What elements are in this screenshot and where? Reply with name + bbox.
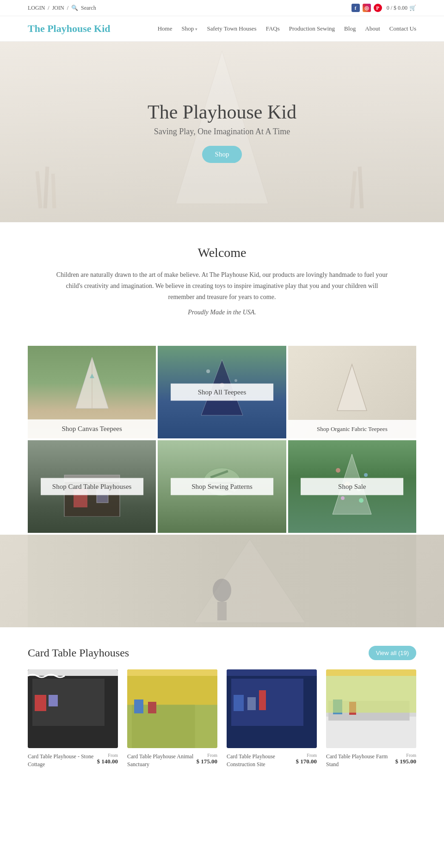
shop-organic-teepees[interactable]: Shop Organic Fabric Teepees	[288, 346, 416, 438]
svg-rect-39	[35, 695, 46, 711]
nav-contact[interactable]: Contact Us	[389, 25, 416, 32]
svg-rect-41	[28, 669, 118, 676]
welcome-section: Welcome Children are naturally drawn to …	[0, 222, 444, 346]
nav-production[interactable]: Production Sewing	[289, 25, 335, 32]
nav-about[interactable]: About	[365, 25, 380, 32]
svg-point-11	[234, 379, 237, 382]
hero-content: The Playhouse Kid Saving Play, One Imagi…	[148, 101, 296, 163]
product-farm-svg	[326, 669, 416, 748]
svg-rect-3	[51, 174, 56, 208]
product-card-2[interactable]: Card Table Playhouse Animal Sanctuary Fr…	[127, 669, 217, 768]
svg-rect-50	[234, 695, 244, 711]
shop-canvas-teepees[interactable]: Shop Canvas Teepees	[28, 346, 156, 438]
svg-rect-47	[127, 669, 217, 676]
product-info-4: Card Table Playhouse Farm Stand From $ 1…	[326, 753, 416, 768]
svg-rect-51	[247, 697, 256, 710]
pinterest-icon[interactable]: P	[374, 4, 382, 12]
shop-all-teepees[interactable]: Shop All Teepees	[158, 346, 286, 438]
product-card-1[interactable]: Card Table Playhouse - Stone Cottage Fro…	[28, 669, 118, 768]
top-bar-right: f ◎ P 0 / $ 0.00 🛒	[352, 4, 416, 12]
svg-rect-46	[148, 702, 156, 713]
svg-rect-1	[36, 171, 43, 208]
nav-faqs[interactable]: FAQs	[266, 25, 280, 32]
view-all-button[interactable]: View all (19)	[369, 646, 416, 660]
svg-point-32	[341, 496, 345, 500]
shop-sewing-patterns[interactable]: Shop Sewing Patterns	[158, 440, 286, 533]
shop-card-table[interactable]: Shop Card Table Playhouses	[28, 440, 156, 533]
svg-rect-2	[43, 167, 49, 208]
cart-info[interactable]: 0 / $ 0.00 🛒	[387, 5, 416, 12]
product-price-1: $ 140.00	[97, 758, 118, 765]
svg-rect-53	[227, 669, 317, 676]
social-icons: f ◎ P	[352, 4, 382, 12]
products-header: Card Table Playhouses View all (19)	[28, 646, 416, 660]
top-bar-left: LOGIN / JOIN / 🔍 Search	[28, 5, 96, 12]
cart-icon: 🛒	[409, 5, 416, 12]
product-price-3: $ 170.00	[296, 758, 317, 765]
cart-amount: 0 / $ 0.00	[387, 5, 407, 12]
product-name-4: Card Table Playhouse Farm Stand	[326, 753, 394, 768]
product-from-3: From	[296, 753, 317, 758]
svg-rect-45	[134, 699, 143, 713]
product-card-3[interactable]: Card Table Playhouse Construction Site F…	[227, 669, 317, 768]
hero-subtitle: Saving Play, One Imagination At A Time	[148, 127, 296, 137]
hero-title: The Playhouse Kid	[148, 101, 296, 123]
product-from-4: From	[395, 753, 417, 758]
site-logo[interactable]: The Playhouse Kid	[28, 23, 110, 35]
organic-teepees-label: Shop Organic Fabric Teepees	[288, 420, 416, 438]
svg-rect-59	[326, 669, 416, 713]
hero-shop-button[interactable]: Shop	[202, 146, 242, 163]
product-img-3	[227, 669, 317, 748]
search-link[interactable]: Search	[81, 5, 96, 12]
product-info-2: Card Table Playhouse Animal Sanctuary Fr…	[127, 753, 217, 768]
nav-links: Home Shop ▾ Safety Town Houses FAQs Prod…	[158, 25, 416, 32]
product-from-1: From	[97, 753, 118, 758]
nav-safety[interactable]: Safety Town Houses	[207, 25, 256, 32]
sewing-patterns-label: Shop Sewing Patterns	[171, 478, 273, 495]
shop-dropdown-arrow: ▾	[195, 27, 197, 31]
shop-category-grid: Shop Canvas Teepees Shop All Teepees	[0, 346, 444, 533]
svg-rect-60	[326, 669, 416, 676]
all-teepees-label: Shop All Teepees	[171, 384, 273, 401]
products-section-title: Card Table Playhouses	[28, 647, 129, 659]
svg-point-33	[359, 498, 364, 503]
svg-point-10	[206, 369, 210, 373]
canvas-teepees-label: Shop Canvas Teepees	[28, 419, 156, 438]
nav-blog[interactable]: Blog	[344, 25, 356, 32]
join-link[interactable]: JOIN	[52, 5, 64, 12]
search-icon: 🔍	[71, 5, 78, 12]
top-bar: LOGIN / JOIN / 🔍 Search f ◎ P 0 / $ 0.00…	[0, 0, 444, 16]
shop-row-1: Shop Canvas Teepees Shop All Teepees	[28, 346, 416, 438]
facebook-icon[interactable]: f	[352, 4, 360, 12]
made-in-usa: Proudly Made in the USA.	[56, 307, 388, 318]
svg-rect-36	[217, 602, 227, 620]
nav-home[interactable]: Home	[158, 25, 173, 32]
login-link[interactable]: LOGIN	[28, 5, 45, 12]
svg-point-29	[364, 473, 368, 477]
svg-rect-52	[259, 690, 266, 710]
svg-rect-4	[350, 171, 357, 208]
product-card-4[interactable]: Card Table Playhouse Farm Stand From $ 1…	[326, 669, 416, 768]
second-hero-decoration	[28, 535, 416, 627]
product-name-2: Card Table Playhouse Animal Sanctuary	[127, 753, 195, 768]
svg-rect-5	[358, 167, 364, 208]
shop-sale[interactable]: Shop Sale	[288, 440, 416, 533]
svg-rect-40	[49, 695, 58, 706]
second-hero-inner	[28, 535, 416, 627]
product-img-1	[28, 669, 118, 748]
product-price-2: $ 175.00	[197, 758, 218, 765]
product-img-2	[127, 669, 217, 748]
instagram-icon[interactable]: ◎	[363, 4, 371, 12]
product-from-2: From	[197, 753, 218, 758]
product-price-block-4: From $ 195.00	[395, 753, 417, 765]
product-price-4: $ 195.00	[395, 758, 417, 765]
product-name-3: Card Table Playhouse Construction Site	[227, 753, 294, 768]
hero-banner: The Playhouse Kid Saving Play, One Imagi…	[0, 42, 444, 222]
product-stone-svg	[28, 669, 118, 748]
product-name-1: Card Table Playhouse - Stone Cottage	[28, 753, 95, 768]
svg-rect-55	[326, 717, 416, 748]
second-hero-banner	[0, 535, 444, 627]
product-animal-svg	[127, 669, 217, 748]
svg-point-35	[213, 579, 231, 602]
nav-shop[interactable]: Shop ▾	[181, 25, 197, 32]
